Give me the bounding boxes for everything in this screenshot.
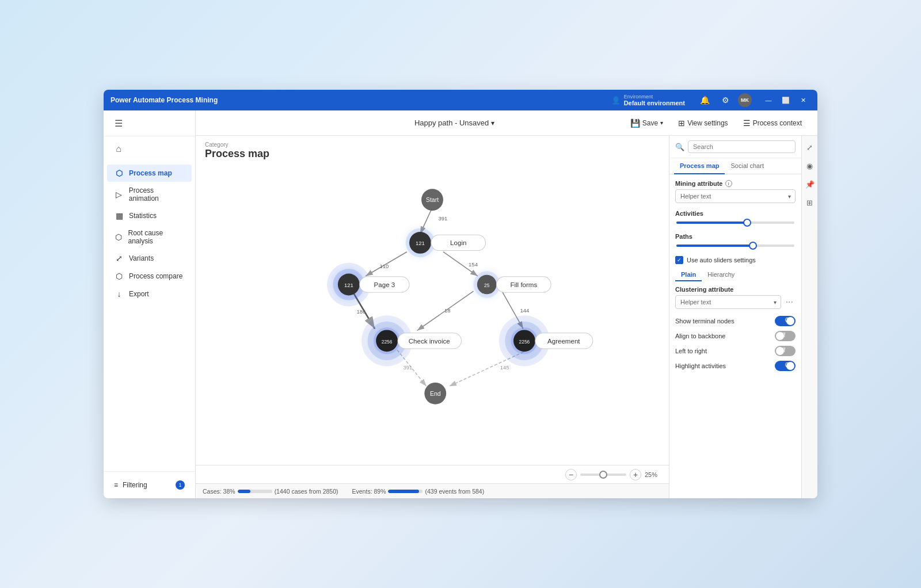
svg-text:End: End [430, 390, 441, 397]
cases-bar [238, 490, 272, 493]
toggle-ltr-switch[interactable]: Off [775, 346, 796, 356]
zoom-in-button[interactable]: + [630, 469, 641, 480]
app-window: Power Automate Process Mining 👤 Environm… [104, 90, 817, 498]
side-settings-icon[interactable]: ⊞ [803, 196, 817, 209]
svg-text:Check invoice: Check invoice [409, 338, 450, 345]
svg-text:391: 391 [404, 364, 413, 371]
root-cause-icon: ⬡ [114, 232, 124, 242]
sidebar-item-label: Variants [129, 254, 154, 262]
svg-text:18: 18 [444, 307, 451, 314]
view-settings-button[interactable]: ⊞ View settings [672, 115, 734, 131]
subtab-hierarchy[interactable]: Hierarchy [702, 269, 740, 281]
sidebar-item-variants[interactable]: ⤢ Variants [107, 250, 192, 267]
svg-text:391: 391 [439, 215, 448, 222]
status-bar: Cases: 38% (1440 cases from 2850) Events… [196, 483, 669, 498]
side-eye-icon[interactable]: ◉ [803, 159, 817, 173]
sidebar-item-label: Export [129, 290, 149, 298]
tab-process-map[interactable]: Process map [674, 158, 725, 174]
minimize-button[interactable]: — [761, 95, 776, 105]
mining-info-icon[interactable]: i [725, 180, 732, 187]
save-icon: 💾 [630, 119, 640, 128]
activities-slider-track [676, 222, 794, 224]
search-icon: 🔍 [675, 143, 684, 151]
window-controls: — ⬜ ✕ [761, 95, 810, 105]
zoom-controls: − + 25% [565, 469, 662, 480]
sidebar-item-process-map[interactable]: ⬡ Process map [107, 165, 192, 182]
env-name: Default environment [624, 100, 685, 106]
process-compare-icon: ⬡ [114, 272, 124, 281]
environment-info: 👤 Environment Default environment [611, 94, 685, 106]
side-expand-icon[interactable]: ⤢ [803, 140, 817, 154]
sidebar-item-label: Process map [129, 169, 172, 177]
save-button[interactable]: 💾 Save ▾ [624, 115, 669, 131]
zoom-slider[interactable] [580, 474, 626, 476]
filter-badge: 1 [176, 480, 185, 490]
path-label: Happy path - Unsaved ▾ [414, 119, 619, 127]
mining-attribute-select-wrap: Helper text [675, 189, 796, 203]
zoom-slider-thumb [599, 471, 607, 479]
sidebar-item-process-compare[interactable]: ⬡ Process compare [107, 268, 192, 285]
side-pin-icon[interactable]: 📌 [803, 177, 817, 191]
filtering-button[interactable]: ≡ Filtering 1 [111, 476, 188, 494]
activities-section: Activities [675, 210, 796, 226]
save-label: Save [642, 119, 658, 127]
close-button[interactable]: ✕ [796, 95, 810, 105]
clustering-select[interactable]: Helper text [675, 295, 781, 309]
sidebar-item-root-cause-analysis[interactable]: ⬡ Root cause analysis [107, 225, 192, 249]
sidebar-item-label: Process compare [129, 272, 182, 280]
sidebar-top: ☰ [104, 110, 195, 136]
activities-slider[interactable] [675, 219, 796, 226]
search-input[interactable] [688, 140, 796, 153]
content-wrapper: Category Process map [196, 136, 817, 498]
sidebar-item-statistics[interactable]: ▦ Statistics [107, 207, 192, 224]
panel-tabs: Process map Social chart [669, 158, 801, 174]
svg-text:Login: Login [450, 239, 466, 246]
path-dropdown-icon[interactable]: ▾ [491, 119, 494, 127]
cases-status: Cases: 38% (1440 cases from 2850) [203, 488, 338, 495]
notification-button[interactable]: 🔔 [697, 92, 713, 108]
sidebar-item-export[interactable]: ↓ Export [107, 285, 192, 303]
auto-sliders-row: ✓ Use auto sliders settings [675, 256, 796, 264]
svg-text:2256: 2256 [382, 339, 393, 345]
process-context-label: Process context [753, 119, 802, 127]
sidebar-item-process-animation[interactable]: ▷ Process animation [107, 182, 192, 207]
statistics-icon: ▦ [114, 211, 124, 220]
toggle-align-switch[interactable]: Off [775, 331, 796, 341]
settings-button[interactable]: ⚙ [717, 92, 733, 108]
auto-sliders-checkbox[interactable]: ✓ [675, 256, 683, 264]
process-context-icon: ☰ [743, 119, 751, 128]
process-animation-icon: ▷ [114, 190, 124, 199]
mining-attribute-section: Mining attribute i Helper text [675, 180, 796, 203]
subtab-plain[interactable]: Plain [675, 269, 702, 281]
toggle-show-terminal-nodes: Show terminal nodes On [675, 316, 796, 326]
activities-label: Activities [675, 210, 796, 217]
svg-text:186: 186 [357, 308, 366, 315]
maximize-button[interactable]: ⬜ [778, 95, 793, 105]
canvas-main[interactable]: 391 110 154 186 18 [196, 162, 669, 465]
toggle-show-terminal-switch[interactable]: On [775, 316, 796, 326]
svg-text:121: 121 [344, 282, 353, 288]
zoom-out-button[interactable]: − [565, 469, 577, 480]
auto-sliders-label: Use auto sliders settings [687, 257, 756, 264]
activities-slider-fill [676, 222, 747, 224]
hamburger-button[interactable]: ☰ [111, 115, 127, 131]
clustering-dots-button[interactable]: ··· [783, 297, 796, 307]
canvas-title: Process map [205, 148, 660, 160]
right-panel: 🔍 Process map Social chart [669, 136, 801, 498]
tab-social-chart[interactable]: Social chart [725, 158, 769, 174]
plus-icon: + [633, 470, 638, 479]
process-context-button[interactable]: ☰ Process context [737, 115, 808, 131]
toggle-highlight-switch[interactable]: On [775, 361, 796, 371]
user-avatar[interactable]: MK [738, 93, 752, 107]
svg-text:2256: 2256 [519, 339, 530, 345]
side-icons: ⤢ ◉ 📌 ⊞ [801, 136, 817, 498]
toggle-state-label: On [785, 317, 793, 323]
mining-attribute-select[interactable]: Helper text [675, 189, 796, 203]
home-button[interactable]: ⌂ [108, 139, 129, 159]
paths-section: Paths [675, 233, 796, 249]
paths-slider[interactable] [675, 242, 796, 249]
toggle-label-highlight: Highlight activities [675, 362, 726, 369]
svg-text:145: 145 [500, 364, 509, 371]
paths-slider-thumb [749, 242, 757, 250]
sidebar-bottom: ≡ Filtering 1 [104, 471, 195, 498]
